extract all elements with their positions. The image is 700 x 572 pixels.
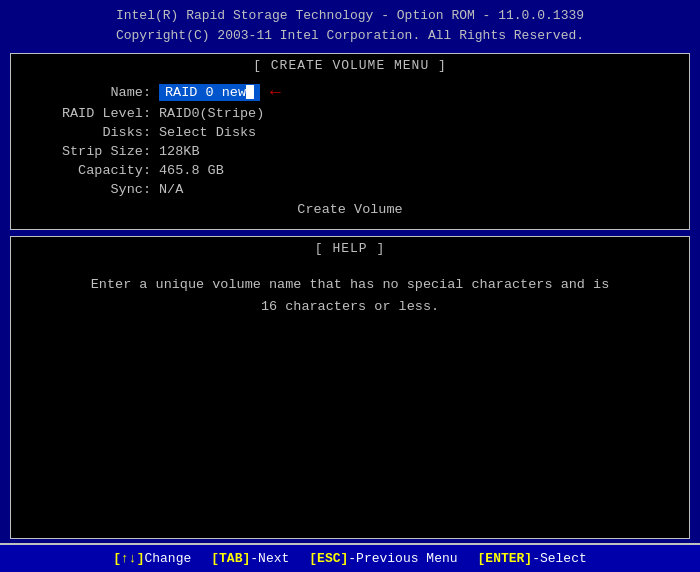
footer-key-arrows: [↑↓] [113, 551, 144, 566]
field-strip-size-label: Strip Size: [31, 144, 151, 159]
create-volume-body: Name: RAID 0 new ← RAID Level: RAID0(Str… [11, 75, 689, 229]
field-name-label: Name: [31, 85, 151, 100]
field-sync-row: Sync: N/A [11, 181, 689, 198]
field-capacity-value: 465.8 GB [159, 163, 224, 178]
field-name-row: Name: RAID 0 new ← [11, 81, 689, 103]
footer-item-enter: [ENTER]-Select [478, 551, 587, 566]
footer-key-enter: [ENTER] [478, 551, 533, 566]
footer-action-enter: -Select [532, 551, 587, 566]
field-capacity-label: Capacity: [31, 163, 151, 178]
create-volume-panel: [ CREATE VOLUME MENU ] Name: RAID 0 new … [10, 53, 690, 230]
field-name-value[interactable]: RAID 0 new [159, 84, 260, 101]
create-volume-title: [ CREATE VOLUME MENU ] [11, 54, 689, 75]
help-text-line1: Enter a unique volume name that has no s… [31, 274, 669, 296]
footer-action-tab: -Next [250, 551, 289, 566]
footer-item-esc: [ESC]-Previous Menu [309, 551, 457, 566]
footer-key-esc: [ESC] [309, 551, 348, 566]
footer-key-tab: [TAB] [211, 551, 250, 566]
header-line1: Intel(R) Rapid Storage Technology - Opti… [4, 6, 696, 26]
field-sync-value: N/A [159, 182, 183, 197]
help-panel: [ HELP ] Enter a unique volume name that… [10, 236, 690, 539]
field-raid-level-row: RAID Level: RAID0(Stripe) [11, 105, 689, 122]
field-disks-row: Disks: Select Disks [11, 124, 689, 141]
field-capacity-row: Capacity: 465.8 GB [11, 162, 689, 179]
field-raid-level-value[interactable]: RAID0(Stripe) [159, 106, 264, 121]
text-cursor [246, 85, 254, 99]
header-line2: Copyright(C) 2003-11 Intel Corporation. … [4, 26, 696, 46]
footer-item-tab: [TAB]-Next [211, 551, 289, 566]
field-sync-label: Sync: [31, 182, 151, 197]
arrow-icon: ← [270, 82, 281, 102]
field-strip-size-row: Strip Size: 128KB [11, 143, 689, 160]
footer-item-change: [↑↓]Change [113, 551, 191, 566]
main-content: [ CREATE VOLUME MENU ] Name: RAID 0 new … [0, 49, 700, 543]
help-title: [ HELP ] [11, 237, 689, 258]
help-body: Enter a unique volume name that has no s… [11, 258, 689, 333]
footer-action-change: Change [144, 551, 191, 566]
help-text-line2: 16 characters or less. [31, 296, 669, 318]
footer-action-esc: -Previous Menu [348, 551, 457, 566]
create-volume-button[interactable]: Create Volume [11, 200, 689, 219]
footer: [↑↓]Change [TAB]-Next [ESC]-Previous Men… [0, 543, 700, 572]
field-strip-size-value[interactable]: 128KB [159, 144, 200, 159]
field-disks-value[interactable]: Select Disks [159, 125, 256, 140]
header: Intel(R) Rapid Storage Technology - Opti… [0, 0, 700, 49]
field-disks-label: Disks: [31, 125, 151, 140]
field-raid-level-label: RAID Level: [31, 106, 151, 121]
